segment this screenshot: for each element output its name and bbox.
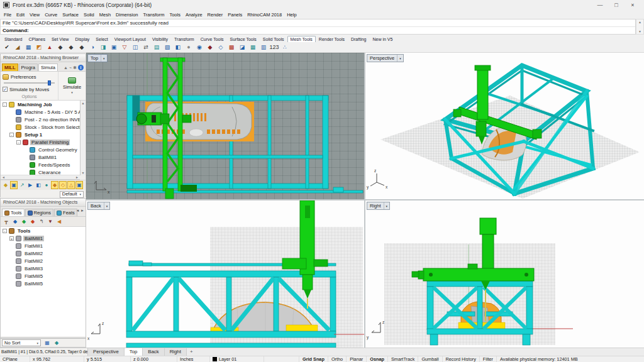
tree-vertical-scrollbar[interactable]: ▲ ▼ [80,101,86,175]
toolbar-button[interactable]: ◫ [130,43,140,52]
viewport-top[interactable]: Top ▾ [86,53,364,199]
toolbar-tab[interactable]: Drafting [348,36,370,42]
toolbar-tab[interactable]: Visibility [149,36,171,42]
expand-icon[interactable]: - [9,133,14,137]
scroll-down-icon[interactable]: ▼ [638,30,641,33]
menu-item[interactable]: Dimension [113,12,140,18]
toolbar-button[interactable]: ◩ [34,43,44,52]
slider-thumb[interactable] [48,80,51,85]
maximize-button[interactable]: □ [608,2,625,8]
toolbar-tab[interactable]: Standard [1,36,25,42]
menu-item[interactable]: Mesh [97,12,113,18]
scroll-down-icon[interactable]: ▼ [82,171,85,175]
toolbar-button[interactable]: ◉ [194,43,204,52]
toolbar-tab[interactable]: Display [72,36,92,42]
menu-item[interactable]: Analyze [183,12,205,18]
toolbar-button[interactable]: ∴ [280,43,290,52]
tool-tree-item[interactable]: FlatMill2 [1,257,86,265]
tree-item[interactable]: BallMill1 [1,153,80,161]
menu-item[interactable]: Panels [225,12,245,18]
status-toggle[interactable]: SmartTrack [388,356,418,362]
objects-button[interactable]: ◆ [20,217,28,226]
tool-tree-item[interactable]: BallMill3 [1,265,86,272]
command-prompt[interactable]: Command: [1,27,635,35]
four-way-arrow-icon[interactable]: + [187,348,196,356]
preferences-button[interactable]: Preferences [3,73,56,80]
preset-dropdown[interactable]: Default ▾ [60,191,84,198]
toolbar-button[interactable]: ▽ [119,43,130,52]
tab-nav-arrows[interactable]: ◄ ► [75,209,84,212]
browser-button[interactable]: ◆ [51,181,58,189]
viewport-tab[interactable]: Right [165,348,187,356]
wrench-icon[interactable]: ⌁ [69,65,72,70]
status-toggle[interactable]: Record History [443,356,480,362]
browser-tab[interactable]: Progra [19,63,38,71]
menu-item[interactable]: Edit [14,12,27,18]
command-area[interactable]: File "C:\Users\CAD\Desktop\RR Supercar\F… [0,19,636,35]
toolbar-button[interactable]: ◢ [13,43,23,52]
status-toggle[interactable]: Osnap [367,356,388,362]
info-icon[interactable]: i [78,65,84,70]
browser-button[interactable]: ▣ [10,181,18,189]
toolbar-button[interactable]: ⇄ [141,43,151,52]
objects-button[interactable]: ┳ [3,217,10,226]
status-toggle[interactable]: Filter [480,356,497,362]
menu-item[interactable]: File [1,12,14,18]
toolbar-button[interactable]: ◆ [55,43,65,52]
toolbar-button[interactable]: ● [184,43,194,52]
toolbar-button[interactable]: ◆ [205,43,215,52]
layer-button[interactable]: Layer 01 [210,356,264,362]
menu-item[interactable]: RhinoCAM 2018 [245,12,284,18]
toolbar-tab[interactable]: Set View [48,36,72,42]
objects-button[interactable]: ◀ [55,217,63,226]
browser-button[interactable]: ◆ [2,181,9,189]
viewport-right-label[interactable]: Right ▾ [367,202,390,210]
toolbar-button[interactable]: ▥ [258,43,269,52]
objects-button[interactable]: ◆ [29,217,36,226]
toolbar-button[interactable]: ▦ [248,43,258,52]
browser-tab[interactable]: Simula [38,63,58,71]
cplane-button[interactable]: CPlane [0,356,30,362]
browser-button[interactable]: ▣ [75,181,83,189]
toolbar-button[interactable]: 123 [269,43,279,52]
toolbar-tab[interactable]: New in V5 [369,36,396,42]
toolbar-tab[interactable]: Render Tools [316,36,348,42]
tool-tree-item[interactable]: BallMill2 [1,250,86,257]
toolbar-button[interactable]: ◪ [237,43,247,52]
tool-tree-item[interactable]: BallMill5 [1,280,86,287]
sort-dropdown[interactable]: No Sort ▾ [2,339,41,346]
expand-icon[interactable]: - [16,140,21,145]
simulate-by-moves-row[interactable]: ✓ Simulate by Moves [3,85,56,93]
simulate-button[interactable]: Simulate ▾ [58,72,86,100]
toolbar-button[interactable]: ▣ [109,43,119,52]
toolbar-button[interactable]: ▧ [162,43,172,52]
status-toggle[interactable]: Gumball [418,356,442,362]
toolbar-button[interactable]: ◨ [98,43,108,52]
browser-button[interactable]: ▶ [26,181,34,189]
browser-button[interactable]: ↗ [18,181,26,189]
viewport-back[interactable]: Back ▾ [86,200,364,348]
objects-button[interactable]: ▼ [47,217,54,226]
expand-icon[interactable]: - [3,229,7,233]
toolbar-button[interactable]: ◑ [87,43,97,52]
toolbar-button[interactable]: ▲ [45,43,55,52]
simulate-by-moves-checkbox[interactable]: ✓ [3,87,8,92]
viewport-top-label[interactable]: Top ▾ [87,54,108,62]
tree-item[interactable]: Feeds/Speeds [1,161,80,168]
toolbar-tab[interactable]: Viewport Layout [111,36,149,42]
objects-button[interactable]: ◆ [11,217,19,226]
toolbar-button[interactable]: ▩ [226,43,236,52]
toolbar-tab[interactable]: Solid Tools [260,36,287,42]
tree-item[interactable]: Post - 2 no direction INVERS [1,116,80,123]
toolbar-button[interactable]: ◧ [173,43,183,52]
minimize-button[interactable]: — [592,2,608,8]
command-scrollbar[interactable]: ▲ ▼ [636,19,644,35]
toolbar-button[interactable]: ▤ [152,43,162,52]
toolbar-button[interactable]: ▦ [23,43,33,52]
simulation-speed-slider[interactable] [3,80,56,85]
toolbar-tab[interactable]: Select [92,36,111,42]
chevron-down-icon[interactable]: ▾ [101,56,107,61]
tree-item[interactable]: - Machining Job [1,101,80,108]
status-toggle[interactable]: Grid Snap [299,356,328,362]
expand-icon[interactable]: + [9,236,14,241]
